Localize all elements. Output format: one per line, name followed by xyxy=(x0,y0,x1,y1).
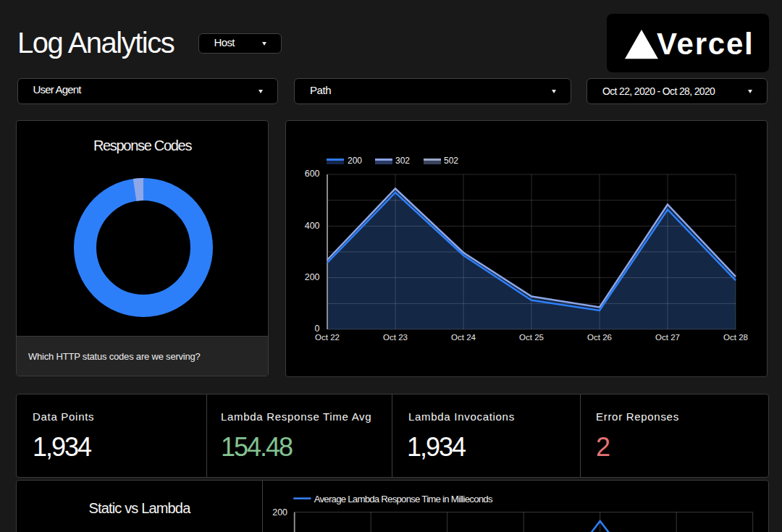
svg-text:Oct 28: Oct 28 xyxy=(723,333,748,342)
svg-text:Oct 22: Oct 22 xyxy=(315,333,340,342)
svg-text:400: 400 xyxy=(305,221,320,231)
svg-text:Vercel: Vercel xyxy=(657,27,754,61)
svg-text:Oct 24: Oct 24 xyxy=(451,333,476,342)
svg-text:Oct 27: Oct 27 xyxy=(655,333,680,342)
svg-text:600: 600 xyxy=(305,169,320,179)
svg-text:Oct 23: Oct 23 xyxy=(383,333,408,342)
svg-text:200: 200 xyxy=(272,507,287,518)
svg-text:200: 200 xyxy=(305,272,320,282)
svg-text:Oct 25: Oct 25 xyxy=(519,333,544,342)
svg-text:Average Lambda Response Time i: Average Lambda Response Time in Millieco… xyxy=(314,494,493,504)
svg-text:Oct 26: Oct 26 xyxy=(587,333,612,342)
